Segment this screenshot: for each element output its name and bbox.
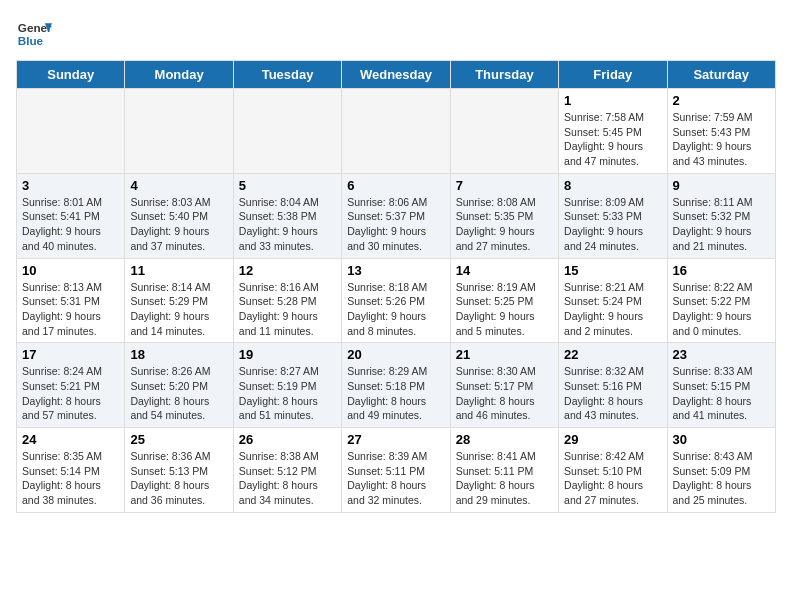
day-info: Sunrise: 8:06 AM Sunset: 5:37 PM Dayligh… xyxy=(347,195,444,254)
calendar-cell: 4Sunrise: 8:03 AM Sunset: 5:40 PM Daylig… xyxy=(125,173,233,258)
day-info: Sunrise: 8:32 AM Sunset: 5:16 PM Dayligh… xyxy=(564,364,661,423)
day-number: 22 xyxy=(564,347,661,362)
day-number: 21 xyxy=(456,347,553,362)
day-info: Sunrise: 8:08 AM Sunset: 5:35 PM Dayligh… xyxy=(456,195,553,254)
calendar-cell: 24Sunrise: 8:35 AM Sunset: 5:14 PM Dayli… xyxy=(17,428,125,513)
day-number: 13 xyxy=(347,263,444,278)
day-header-friday: Friday xyxy=(559,61,667,89)
day-info: Sunrise: 8:13 AM Sunset: 5:31 PM Dayligh… xyxy=(22,280,119,339)
calendar-cell: 11Sunrise: 8:14 AM Sunset: 5:29 PM Dayli… xyxy=(125,258,233,343)
calendar-cell xyxy=(233,89,341,174)
day-number: 9 xyxy=(673,178,770,193)
week-row-4: 17Sunrise: 8:24 AM Sunset: 5:21 PM Dayli… xyxy=(17,343,776,428)
calendar-cell: 9Sunrise: 8:11 AM Sunset: 5:32 PM Daylig… xyxy=(667,173,775,258)
week-row-1: 1Sunrise: 7:58 AM Sunset: 5:45 PM Daylig… xyxy=(17,89,776,174)
day-header-saturday: Saturday xyxy=(667,61,775,89)
calendar-cell: 27Sunrise: 8:39 AM Sunset: 5:11 PM Dayli… xyxy=(342,428,450,513)
day-number: 12 xyxy=(239,263,336,278)
day-info: Sunrise: 8:22 AM Sunset: 5:22 PM Dayligh… xyxy=(673,280,770,339)
svg-text:Blue: Blue xyxy=(18,34,44,47)
day-number: 19 xyxy=(239,347,336,362)
day-info: Sunrise: 8:21 AM Sunset: 5:24 PM Dayligh… xyxy=(564,280,661,339)
day-number: 14 xyxy=(456,263,553,278)
day-number: 16 xyxy=(673,263,770,278)
day-number: 7 xyxy=(456,178,553,193)
day-number: 27 xyxy=(347,432,444,447)
calendar-table: SundayMondayTuesdayWednesdayThursdayFrid… xyxy=(16,60,776,513)
logo-icon: General Blue xyxy=(16,16,52,52)
calendar-cell: 15Sunrise: 8:21 AM Sunset: 5:24 PM Dayli… xyxy=(559,258,667,343)
calendar-cell: 8Sunrise: 8:09 AM Sunset: 5:33 PM Daylig… xyxy=(559,173,667,258)
day-info: Sunrise: 8:43 AM Sunset: 5:09 PM Dayligh… xyxy=(673,449,770,508)
calendar-cell: 12Sunrise: 8:16 AM Sunset: 5:28 PM Dayli… xyxy=(233,258,341,343)
day-info: Sunrise: 8:11 AM Sunset: 5:32 PM Dayligh… xyxy=(673,195,770,254)
calendar-cell: 29Sunrise: 8:42 AM Sunset: 5:10 PM Dayli… xyxy=(559,428,667,513)
calendar-cell: 28Sunrise: 8:41 AM Sunset: 5:11 PM Dayli… xyxy=(450,428,558,513)
calendar-cell: 26Sunrise: 8:38 AM Sunset: 5:12 PM Dayli… xyxy=(233,428,341,513)
day-info: Sunrise: 8:16 AM Sunset: 5:28 PM Dayligh… xyxy=(239,280,336,339)
calendar-cell xyxy=(17,89,125,174)
day-header-thursday: Thursday xyxy=(450,61,558,89)
day-info: Sunrise: 8:29 AM Sunset: 5:18 PM Dayligh… xyxy=(347,364,444,423)
day-info: Sunrise: 8:01 AM Sunset: 5:41 PM Dayligh… xyxy=(22,195,119,254)
calendar-cell: 17Sunrise: 8:24 AM Sunset: 5:21 PM Dayli… xyxy=(17,343,125,428)
calendar-cell: 5Sunrise: 8:04 AM Sunset: 5:38 PM Daylig… xyxy=(233,173,341,258)
day-info: Sunrise: 8:26 AM Sunset: 5:20 PM Dayligh… xyxy=(130,364,227,423)
day-number: 26 xyxy=(239,432,336,447)
day-info: Sunrise: 8:41 AM Sunset: 5:11 PM Dayligh… xyxy=(456,449,553,508)
calendar-cell xyxy=(450,89,558,174)
day-info: Sunrise: 8:35 AM Sunset: 5:14 PM Dayligh… xyxy=(22,449,119,508)
day-number: 3 xyxy=(22,178,119,193)
day-info: Sunrise: 8:09 AM Sunset: 5:33 PM Dayligh… xyxy=(564,195,661,254)
calendar-cell: 25Sunrise: 8:36 AM Sunset: 5:13 PM Dayli… xyxy=(125,428,233,513)
week-row-3: 10Sunrise: 8:13 AM Sunset: 5:31 PM Dayli… xyxy=(17,258,776,343)
calendar-cell: 19Sunrise: 8:27 AM Sunset: 5:19 PM Dayli… xyxy=(233,343,341,428)
calendar-cell: 14Sunrise: 8:19 AM Sunset: 5:25 PM Dayli… xyxy=(450,258,558,343)
day-number: 11 xyxy=(130,263,227,278)
day-info: Sunrise: 8:19 AM Sunset: 5:25 PM Dayligh… xyxy=(456,280,553,339)
day-info: Sunrise: 8:38 AM Sunset: 5:12 PM Dayligh… xyxy=(239,449,336,508)
day-header-wednesday: Wednesday xyxy=(342,61,450,89)
day-number: 15 xyxy=(564,263,661,278)
day-number: 23 xyxy=(673,347,770,362)
day-number: 25 xyxy=(130,432,227,447)
day-info: Sunrise: 7:59 AM Sunset: 5:43 PM Dayligh… xyxy=(673,110,770,169)
logo: General Blue xyxy=(16,16,52,52)
day-number: 17 xyxy=(22,347,119,362)
calendar-cell: 20Sunrise: 8:29 AM Sunset: 5:18 PM Dayli… xyxy=(342,343,450,428)
day-info: Sunrise: 8:42 AM Sunset: 5:10 PM Dayligh… xyxy=(564,449,661,508)
calendar-cell: 23Sunrise: 8:33 AM Sunset: 5:15 PM Dayli… xyxy=(667,343,775,428)
calendar-cell: 22Sunrise: 8:32 AM Sunset: 5:16 PM Dayli… xyxy=(559,343,667,428)
day-info: Sunrise: 7:58 AM Sunset: 5:45 PM Dayligh… xyxy=(564,110,661,169)
day-info: Sunrise: 8:14 AM Sunset: 5:29 PM Dayligh… xyxy=(130,280,227,339)
day-info: Sunrise: 8:27 AM Sunset: 5:19 PM Dayligh… xyxy=(239,364,336,423)
calendar-cell: 18Sunrise: 8:26 AM Sunset: 5:20 PM Dayli… xyxy=(125,343,233,428)
day-number: 20 xyxy=(347,347,444,362)
page-header: General Blue xyxy=(16,16,776,52)
week-row-2: 3Sunrise: 8:01 AM Sunset: 5:41 PM Daylig… xyxy=(17,173,776,258)
calendar-cell: 13Sunrise: 8:18 AM Sunset: 5:26 PM Dayli… xyxy=(342,258,450,343)
calendar-cell: 3Sunrise: 8:01 AM Sunset: 5:41 PM Daylig… xyxy=(17,173,125,258)
day-number: 8 xyxy=(564,178,661,193)
calendar-cell: 1Sunrise: 7:58 AM Sunset: 5:45 PM Daylig… xyxy=(559,89,667,174)
day-info: Sunrise: 8:39 AM Sunset: 5:11 PM Dayligh… xyxy=(347,449,444,508)
calendar-cell: 6Sunrise: 8:06 AM Sunset: 5:37 PM Daylig… xyxy=(342,173,450,258)
calendar-cell: 30Sunrise: 8:43 AM Sunset: 5:09 PM Dayli… xyxy=(667,428,775,513)
day-info: Sunrise: 8:36 AM Sunset: 5:13 PM Dayligh… xyxy=(130,449,227,508)
day-header-tuesday: Tuesday xyxy=(233,61,341,89)
day-number: 2 xyxy=(673,93,770,108)
day-number: 4 xyxy=(130,178,227,193)
day-header-sunday: Sunday xyxy=(17,61,125,89)
day-info: Sunrise: 8:24 AM Sunset: 5:21 PM Dayligh… xyxy=(22,364,119,423)
calendar-cell xyxy=(342,89,450,174)
calendar-cell: 16Sunrise: 8:22 AM Sunset: 5:22 PM Dayli… xyxy=(667,258,775,343)
day-info: Sunrise: 8:33 AM Sunset: 5:15 PM Dayligh… xyxy=(673,364,770,423)
day-info: Sunrise: 8:18 AM Sunset: 5:26 PM Dayligh… xyxy=(347,280,444,339)
calendar-cell xyxy=(125,89,233,174)
calendar-cell: 7Sunrise: 8:08 AM Sunset: 5:35 PM Daylig… xyxy=(450,173,558,258)
day-number: 29 xyxy=(564,432,661,447)
calendar-cell: 10Sunrise: 8:13 AM Sunset: 5:31 PM Dayli… xyxy=(17,258,125,343)
day-number: 30 xyxy=(673,432,770,447)
day-number: 1 xyxy=(564,93,661,108)
day-number: 6 xyxy=(347,178,444,193)
